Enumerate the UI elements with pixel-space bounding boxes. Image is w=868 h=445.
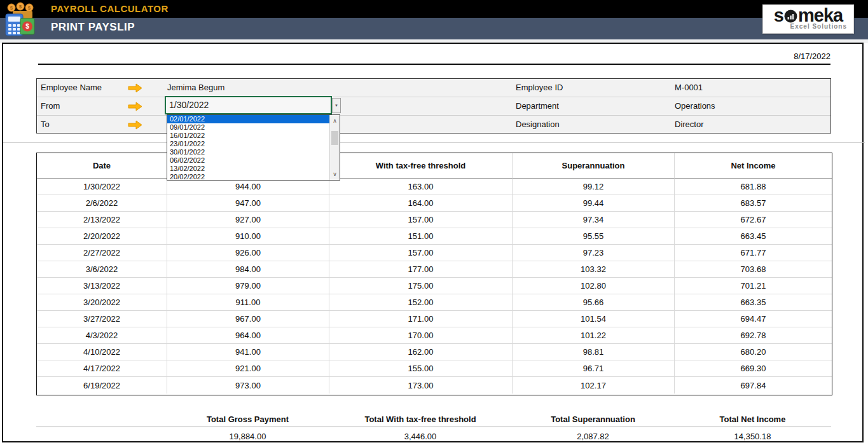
total-net-value[interactable]: 14,350.18 — [674, 431, 831, 442]
total-taxfree-value[interactable]: 3,446.00 — [329, 431, 512, 442]
table-cell[interactable]: 4/10/2022 — [37, 344, 167, 360]
table-cell[interactable]: 984.00 — [167, 261, 329, 278]
dropdown-item[interactable]: 02/01/2022 — [167, 115, 329, 123]
table-cell[interactable]: 973.00 — [167, 377, 329, 394]
table-cell[interactable]: 941.00 — [167, 344, 329, 360]
employee-id-value[interactable]: M-0001 — [675, 79, 703, 97]
dropdown-item[interactable]: 20/02/2022 — [167, 173, 329, 181]
svg-text:$: $ — [19, 4, 22, 10]
table-cell[interactable]: 163.00 — [329, 179, 513, 195]
table-cell[interactable]: 3/13/2022 — [37, 278, 167, 294]
table-cell[interactable]: 663.35 — [675, 294, 832, 311]
table-cell[interactable]: 663.45 — [675, 228, 832, 245]
table-cell[interactable]: 97.34 — [513, 212, 675, 228]
dropdown-item[interactable]: 09/01/2022 — [167, 123, 329, 132]
table-cell[interactable]: 171.00 — [329, 311, 513, 327]
table-cell[interactable]: 102.17 — [513, 377, 675, 394]
table-cell[interactable]: 680.20 — [675, 344, 832, 360]
table-cell[interactable]: 97.23 — [513, 245, 675, 261]
combo-dropdown-button[interactable]: ▼ — [332, 98, 341, 113]
scroll-down-icon[interactable]: ∨ — [330, 170, 340, 179]
table-cell[interactable]: 151.00 — [329, 228, 513, 245]
dropdown-scrollbar[interactable]: ∧ ∨ — [329, 115, 340, 180]
table-cell[interactable]: 669.30 — [675, 360, 832, 377]
table-cell[interactable]: 95.66 — [513, 294, 675, 311]
table-cell[interactable]: 703.68 — [675, 261, 832, 278]
table-cell[interactable]: 177.00 — [329, 261, 513, 278]
dropdown-item[interactable]: 16/01/2022 — [167, 132, 329, 140]
department-value[interactable]: Operations — [675, 97, 715, 115]
from-date-combobox[interactable]: 1/30/2022 — [165, 96, 332, 114]
table-cell[interactable]: 175.00 — [329, 278, 513, 294]
table-cell[interactable]: 170.00 — [329, 327, 513, 344]
table-cell[interactable]: 701.21 — [675, 278, 832, 294]
dropdown-item[interactable]: 30/01/2022 — [167, 148, 329, 156]
table-cell[interactable]: 102.80 — [513, 278, 675, 294]
table-cell[interactable]: 2/20/2022 — [37, 228, 167, 245]
table-cell[interactable]: 964.00 — [167, 327, 329, 344]
table-cell[interactable]: 697.84 — [675, 377, 832, 394]
to-label: To — [41, 116, 50, 134]
table-cell[interactable]: 921.00 — [167, 360, 329, 377]
table-cell[interactable]: 979.00 — [167, 278, 329, 294]
table-cell[interactable]: 157.00 — [329, 245, 513, 261]
table-cell[interactable]: 103.32 — [513, 261, 675, 278]
svg-text:$: $ — [10, 5, 13, 11]
dropdown-item[interactable]: 06/02/2022 — [167, 156, 329, 165]
table-cell[interactable]: 681.88 — [675, 179, 832, 195]
table-cell[interactable]: 947.00 — [167, 195, 329, 212]
column-header[interactable]: With tax-free threshold — [329, 153, 513, 179]
dropdown-item[interactable]: 13/02/2022 — [167, 165, 329, 173]
table-cell[interactable]: 910.00 — [167, 228, 329, 245]
table-cell[interactable]: 944.00 — [167, 179, 329, 195]
table-cell[interactable]: 967.00 — [167, 311, 329, 327]
table-cell[interactable]: 3/20/2022 — [37, 294, 167, 311]
table-cell[interactable]: 101.22 — [513, 327, 675, 344]
total-super-value[interactable]: 2,087.82 — [512, 431, 674, 442]
table-cell[interactable]: 672.67 — [675, 212, 832, 228]
table-cell[interactable]: 1/30/2022 — [37, 179, 167, 195]
scroll-thumb[interactable] — [331, 131, 338, 145]
column-header[interactable]: Net Income — [675, 153, 832, 179]
table-cell[interactable]: 911.00 — [167, 294, 329, 311]
table-cell[interactable]: 4/17/2022 — [37, 360, 167, 377]
logo-chart-icon — [784, 10, 797, 23]
table-cell[interactable]: 101.54 — [513, 311, 675, 327]
designation-value[interactable]: Director — [675, 116, 704, 134]
table-cell[interactable]: 95.55 — [513, 228, 675, 245]
table-cell[interactable]: 99.12 — [513, 179, 675, 195]
table-cell[interactable]: 155.00 — [329, 360, 513, 377]
report-date[interactable]: 8/17/2022 — [699, 51, 830, 61]
table-cell[interactable]: 6/19/2022 — [37, 377, 167, 394]
table-cell[interactable]: 927.00 — [167, 212, 329, 228]
column-header[interactable]: Superannuation — [513, 153, 675, 179]
table-cell[interactable]: 671.77 — [675, 245, 832, 261]
table-cell[interactable]: 173.00 — [329, 377, 513, 394]
table-cell[interactable]: 152.00 — [329, 294, 513, 311]
dropdown-item[interactable]: 23/01/2022 — [167, 140, 329, 148]
table-cell[interactable]: 2/27/2022 — [37, 245, 167, 261]
employee-name-value[interactable]: Jemima Begum — [167, 79, 224, 97]
table-cell[interactable]: 2/6/2022 — [37, 195, 167, 212]
payroll-app: $ $ $ $ PAYROLL CALCULATOR PRINT PAYSLIP… — [0, 0, 868, 445]
table-cell[interactable]: 157.00 — [329, 212, 513, 228]
scroll-up-icon[interactable]: ∧ — [330, 116, 340, 125]
table-cell[interactable]: 162.00 — [329, 344, 513, 360]
table-cell[interactable]: 96.71 — [513, 360, 675, 377]
table-cell[interactable]: 926.00 — [167, 245, 329, 261]
table-cell[interactable]: 692.78 — [675, 327, 832, 344]
table-cell[interactable]: 2/13/2022 — [37, 212, 167, 228]
table-row: 4/3/2022964.00170.00101.22692.78 — [37, 327, 832, 344]
column-header[interactable]: Date — [37, 153, 167, 179]
total-gross-value[interactable]: 19,884.00 — [167, 431, 329, 442]
table-cell[interactable]: 694.47 — [675, 311, 832, 327]
from-date-value[interactable]: 1/30/2022 — [169, 97, 209, 113]
table-cell[interactable]: 683.57 — [675, 195, 832, 212]
table-cell[interactable]: 4/3/2022 — [37, 327, 167, 344]
table-cell[interactable]: 98.81 — [513, 344, 675, 360]
table-cell[interactable]: 3/27/2022 — [37, 311, 167, 327]
table-cell[interactable]: 3/6/2022 — [37, 261, 167, 278]
table-cell[interactable]: 164.00 — [329, 195, 513, 212]
table-row: 3/6/2022984.00177.00103.32703.68 — [37, 261, 832, 278]
table-cell[interactable]: 99.44 — [513, 195, 675, 212]
